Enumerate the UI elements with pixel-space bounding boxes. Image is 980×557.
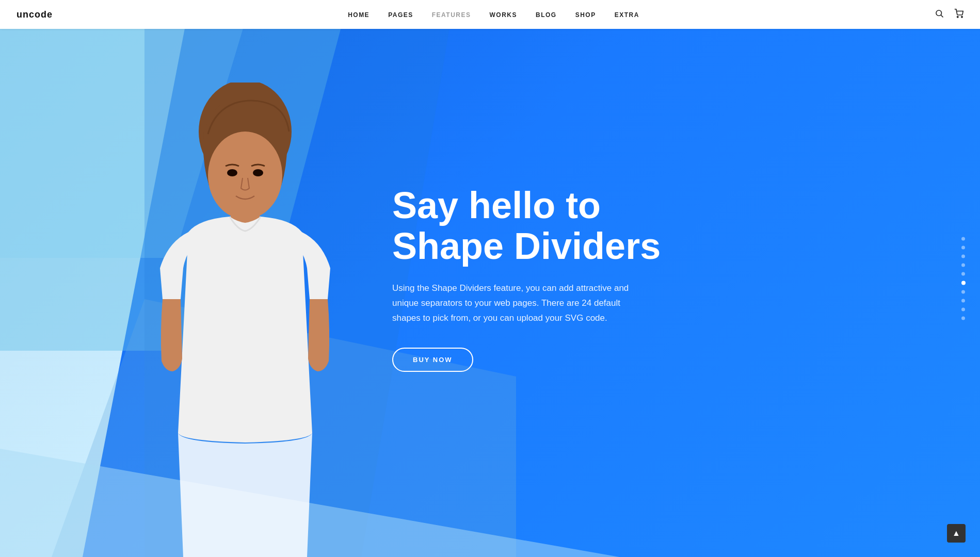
nav-link-works[interactable]: WORKS [490, 11, 518, 19]
hero-title: Say hello to Shape Dividers [392, 185, 661, 267]
scroll-dot-5[interactable] [961, 272, 965, 276]
hero-content: Say hello to Shape Dividers Using the Sh… [392, 185, 661, 372]
nav-link-extra[interactable]: EXTRA [615, 11, 639, 19]
scroll-dots [961, 237, 966, 320]
cart-icon [954, 9, 963, 18]
nav-link-features[interactable]: FEATURES [432, 11, 471, 19]
scroll-dot-9[interactable] [961, 308, 965, 312]
scroll-dot-3[interactable] [961, 255, 965, 258]
person-svg [121, 83, 369, 557]
scroll-dot-6[interactable] [961, 281, 966, 285]
svg-point-8 [253, 169, 263, 176]
nav-icons [935, 9, 963, 21]
svg-point-0 [936, 10, 942, 16]
nav-item-home[interactable]: HOME [348, 10, 369, 19]
scroll-dot-1[interactable] [961, 237, 965, 241]
scroll-dot-4[interactable] [961, 264, 965, 267]
person-photo [98, 29, 392, 557]
cart-button[interactable] [954, 9, 963, 21]
scroll-dot-2[interactable] [961, 246, 965, 250]
nav-item-pages[interactable]: PAGES [388, 10, 413, 19]
svg-point-3 [961, 16, 962, 17]
buy-now-button[interactable]: BUY NOW [392, 348, 473, 372]
scroll-dot-7[interactable] [961, 290, 965, 294]
svg-line-1 [941, 15, 943, 17]
nav-item-blog[interactable]: BLOG [536, 10, 557, 19]
hero-section: Say hello to Shape Dividers Using the Sh… [0, 0, 980, 557]
search-button[interactable] [935, 9, 944, 21]
hero-description: Using the Shape Dividers feature, you ca… [392, 281, 640, 326]
nav-item-shop[interactable]: SHOP [575, 10, 596, 19]
svg-point-2 [957, 16, 958, 17]
nav-link-home[interactable]: HOME [348, 11, 369, 19]
svg-point-5 [208, 132, 282, 219]
nav-item-features[interactable]: FEATURES [432, 10, 471, 19]
nav-item-works[interactable]: WORKS [490, 10, 518, 19]
nav-item-extra[interactable]: EXTRA [615, 10, 639, 19]
search-icon [935, 9, 944, 18]
navbar: uncode HOME PAGES FEATURES WORKS BLOG SH… [0, 0, 980, 29]
logo[interactable]: uncode [17, 9, 53, 20]
scroll-dot-8[interactable] [961, 299, 965, 303]
nav-link-shop[interactable]: SHOP [575, 11, 596, 19]
scroll-dot-10[interactable] [961, 317, 965, 320]
back-to-top-button[interactable]: ▲ [947, 524, 966, 543]
svg-point-7 [227, 169, 237, 176]
hero-title-line1: Say hello to [392, 185, 601, 226]
nav-link-blog[interactable]: BLOG [536, 11, 557, 19]
person-image-wrapper [98, 29, 392, 557]
hero-title-line2: Shape Dividers [392, 225, 661, 267]
nav-links: HOME PAGES FEATURES WORKS BLOG SHOP EXTR… [348, 10, 639, 19]
nav-link-pages[interactable]: PAGES [388, 11, 413, 19]
